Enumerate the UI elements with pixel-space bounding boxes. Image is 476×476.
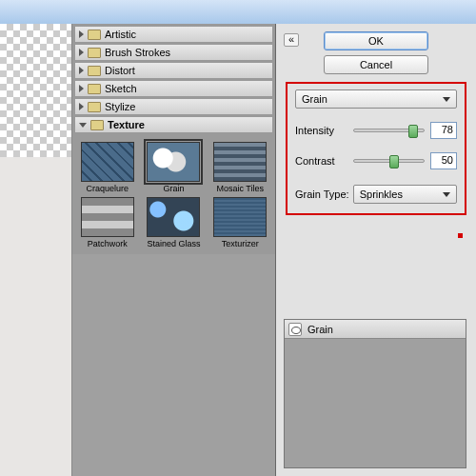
filter-dropdown[interactable]: Grain: [295, 89, 457, 109]
slider-thumb[interactable]: [408, 125, 418, 138]
folder-icon: [88, 48, 101, 58]
thumbnail-label: Texturizer: [222, 239, 259, 248]
chevron-right-icon: [79, 85, 84, 92]
thumb-grain[interactable]: Grain: [143, 142, 206, 193]
category-label: Artistic: [105, 29, 136, 40]
category-texture[interactable]: Texture: [74, 116, 273, 133]
grain-type-label: Grain Type:: [295, 188, 349, 200]
intensity-value[interactable]: 78: [430, 122, 457, 139]
category-label: Brush Strokes: [105, 47, 170, 58]
category-label: Sketch: [105, 83, 137, 94]
ok-button[interactable]: OK: [324, 31, 428, 50]
chevron-right-icon: [79, 67, 84, 74]
thumbnail-label: Patchwork: [88, 239, 128, 248]
thumbnail-image: [213, 142, 267, 182]
chevron-down-icon: [79, 123, 87, 128]
thumb-stained-glass[interactable]: Stained Glass: [143, 197, 206, 248]
thumbnail-image: [81, 142, 134, 182]
category-label: Stylize: [105, 101, 135, 112]
settings-panel: « OK Cancel Grain Intensity 78 Contrast …: [276, 24, 476, 476]
category-distort[interactable]: Distort: [74, 62, 273, 79]
thumb-texturizer[interactable]: Texturizer: [208, 197, 271, 248]
grain-type-dropdown[interactable]: Sprinkles: [353, 185, 457, 204]
folder-icon: [90, 120, 104, 130]
intensity-label: Intensity: [295, 125, 347, 136]
contrast-slider[interactable]: [353, 159, 425, 163]
filter-categories-panel: Artistic Brush Strokes Distort Sketch St…: [72, 24, 276, 476]
thumbnail-label: Mosaic Tiles: [216, 184, 264, 193]
preview-canvas: [0, 24, 72, 476]
chevron-right-icon: [79, 30, 84, 38]
contrast-label: Contrast: [295, 155, 347, 167]
collapse-button[interactable]: «: [284, 33, 299, 47]
dropdown-value: Sprinkles: [360, 188, 403, 200]
folder-icon: [88, 30, 101, 40]
category-label: Texture: [108, 119, 145, 130]
chevron-down-icon: [443, 192, 450, 197]
intensity-slider[interactable]: [353, 129, 425, 132]
folder-icon: [88, 66, 101, 76]
thumbnail-label: Grain: [163, 184, 184, 193]
thumbnail-image: [213, 197, 267, 237]
slider-thumb[interactable]: [389, 155, 399, 169]
highlighted-settings: Grain Intensity 78 Contrast 50 Grain Typ…: [286, 82, 466, 215]
layer-row[interactable]: Grain: [285, 320, 466, 339]
category-artistic[interactable]: Artistic: [74, 26, 273, 43]
chevron-right-icon: [79, 49, 84, 56]
folder-icon: [88, 102, 101, 112]
visibility-eye-icon[interactable]: [288, 323, 302, 336]
dropdown-value: Grain: [302, 93, 327, 105]
double-chevron-icon: «: [288, 33, 294, 45]
thumbnail-image: [147, 197, 200, 237]
thumbnail-image: [81, 197, 134, 237]
contrast-value[interactable]: 50: [430, 152, 457, 169]
category-stylize[interactable]: Stylize: [74, 98, 273, 115]
thumbnail-label: Stained Glass: [147, 239, 200, 248]
effect-layers-panel: Grain: [284, 319, 466, 468]
thumbnail-image: [147, 142, 200, 182]
folder-icon: [88, 84, 101, 94]
cancel-button[interactable]: Cancel: [324, 55, 428, 74]
chevron-down-icon: [443, 97, 450, 102]
annotation-dot: [458, 233, 463, 238]
panel-filler: [72, 254, 275, 476]
thumb-craquelure[interactable]: Craquelure: [76, 142, 139, 193]
category-sketch[interactable]: Sketch: [74, 80, 273, 97]
thumbnail-label: Craquelure: [87, 184, 129, 193]
chevron-right-icon: [79, 103, 84, 110]
window-titlebar: [0, 0, 476, 24]
layer-name: Grain: [307, 324, 333, 335]
thumb-mosaic-tiles[interactable]: Mosaic Tiles: [208, 142, 271, 193]
thumb-patchwork[interactable]: Patchwork: [76, 197, 139, 248]
category-label: Distort: [105, 65, 135, 76]
category-brush-strokes[interactable]: Brush Strokes: [74, 44, 273, 61]
thumbnail-grid: Craquelure Grain Mosaic Tiles Patchwork …: [72, 136, 275, 254]
